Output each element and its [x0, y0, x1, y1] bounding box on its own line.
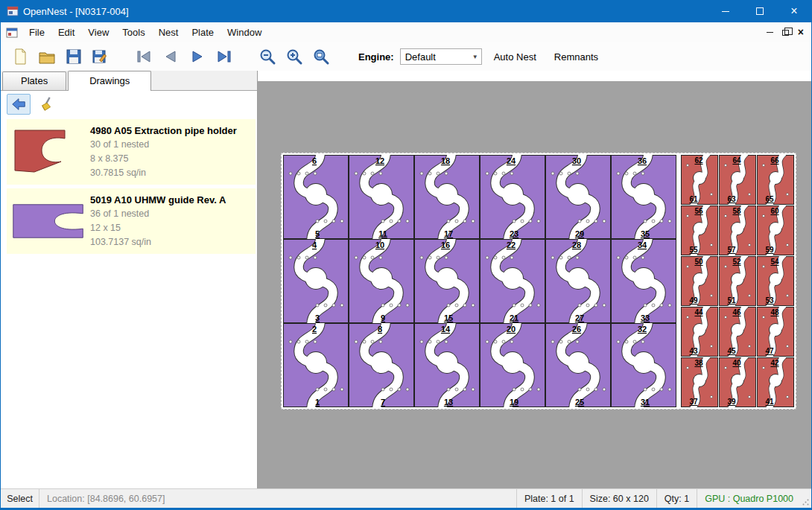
drawing-item-2[interactable]: 5019 A10 UHMW guide Rev. A 36 of 1 neste… — [7, 188, 256, 254]
part-shape — [13, 205, 83, 238]
nest-part-pair[interactable]: 20 19 — [480, 323, 545, 407]
left-panel: Plates Drawings — [1, 71, 258, 488]
go-next-icon — [188, 48, 206, 66]
nest-part-pair[interactable]: 48 47 — [757, 307, 794, 357]
resize-grip[interactable] — [801, 489, 811, 508]
svg-text:6: 6 — [312, 156, 317, 165]
nest-part-pair[interactable]: 32 31 — [611, 323, 676, 407]
canvas-top-strip — [258, 71, 811, 81]
nest-part-pair[interactable]: 54 53 — [757, 256, 794, 306]
nest-part-pair[interactable]: 44 43 — [681, 307, 718, 357]
purple-grid: 6 5 12 11 18 17 — [283, 155, 676, 407]
svg-text:11: 11 — [378, 229, 387, 238]
nest-part-pair[interactable]: 6 5 — [283, 155, 349, 239]
svg-text:14: 14 — [441, 325, 451, 334]
zoom-in-button[interactable] — [282, 45, 306, 68]
nest-part-pair[interactable]: 60 59 — [757, 205, 794, 255]
svg-text:35: 35 — [641, 229, 650, 238]
nest-part-pair[interactable]: 30 29 — [545, 155, 611, 239]
plate[interactable]: 6 5 12 11 18 17 — [281, 153, 796, 409]
svg-text:45: 45 — [727, 347, 736, 355]
drawing-size: 8 x 8.375 — [90, 152, 251, 166]
mdi-minimize-button[interactable] — [767, 32, 773, 33]
go-first-button[interactable] — [132, 45, 156, 68]
nest-part-pair[interactable]: 2 1 — [283, 323, 349, 407]
nest-part-pair[interactable]: 52 51 — [719, 256, 756, 306]
svg-text:56: 56 — [694, 207, 703, 215]
zoom-fit-button[interactable] — [309, 45, 333, 68]
nest-part-pair[interactable]: 14 13 — [414, 323, 480, 407]
drawing-title: 5019 A10 UHMW guide Rev. A — [90, 193, 251, 207]
go-next-button[interactable] — [185, 45, 209, 68]
save-icon — [65, 48, 83, 66]
nest-part-pair[interactable]: 22 21 — [480, 239, 545, 323]
nest-part-pair[interactable]: 56 55 — [681, 205, 718, 255]
minimize-icon — [722, 11, 729, 12]
nest-canvas[interactable]: 6 5 12 11 18 17 — [258, 81, 811, 488]
menu-file[interactable]: File — [22, 24, 51, 41]
nest-part-pair[interactable]: 12 11 — [349, 155, 414, 239]
document-icon[interactable] — [6, 27, 18, 39]
menu-view[interactable]: View — [81, 24, 115, 41]
menu-tools[interactable]: Tools — [115, 24, 151, 41]
nest-part-pair[interactable]: 8 7 — [349, 323, 414, 407]
menu-window[interactable]: Window — [221, 24, 268, 41]
tab-plates[interactable]: Plates — [2, 71, 66, 90]
nest-part-pair[interactable]: 64 63 — [719, 155, 756, 205]
new-button[interactable] — [8, 45, 32, 68]
go-last-button[interactable] — [212, 45, 236, 68]
nest-part-pair[interactable]: 42 41 — [757, 357, 794, 407]
clean-button[interactable] — [35, 94, 59, 115]
save-as-icon — [92, 48, 110, 66]
nest-part-pair[interactable]: 10 9 — [349, 239, 414, 323]
nest-part-pair[interactable]: 50 49 — [681, 256, 718, 306]
menu-nest[interactable]: Nest — [152, 24, 185, 41]
remnants-button[interactable]: Remnants — [548, 48, 604, 66]
save-as-button[interactable] — [89, 45, 112, 68]
maximize-icon — [756, 7, 764, 15]
nest-part-pair[interactable]: 18 17 — [414, 155, 480, 239]
nest-part-pair[interactable]: 46 45 — [719, 307, 756, 357]
new-file-icon — [11, 48, 29, 66]
nest-part-pair[interactable]: 34 33 — [611, 239, 676, 323]
svg-text:4: 4 — [312, 240, 317, 249]
save-button[interactable] — [62, 45, 86, 68]
svg-text:24: 24 — [507, 156, 516, 165]
nest-part-pair[interactable]: 58 57 — [719, 205, 756, 255]
nest-part-pair[interactable]: 40 39 — [719, 357, 756, 407]
menu-plate[interactable]: Plate — [185, 24, 221, 41]
svg-text:34: 34 — [638, 240, 647, 249]
engine-select[interactable]: Default ▼ — [400, 48, 482, 65]
menu-edit[interactable]: Edit — [51, 24, 81, 41]
status-mode: Select — [1, 489, 39, 508]
tab-drawings[interactable]: Drawings — [68, 71, 151, 91]
mdi-close-button[interactable]: × — [798, 27, 804, 38]
nest-part-pair[interactable]: 24 23 — [480, 155, 545, 239]
go-previous-button[interactable] — [159, 45, 183, 68]
nest-part-pair[interactable]: 66 65 — [757, 155, 794, 205]
nest-part-pair[interactable]: 62 61 — [681, 155, 718, 205]
svg-text:42: 42 — [770, 359, 779, 367]
svg-text:30: 30 — [572, 156, 581, 165]
svg-text:46: 46 — [732, 308, 741, 316]
nest-part-pair[interactable]: 28 27 — [545, 239, 611, 323]
close-button[interactable]: × — [777, 0, 811, 22]
svg-text:1: 1 — [315, 398, 320, 407]
drawing-item-1[interactable]: 4980 A05 Extraction pipe holder 30 of 1 … — [7, 119, 256, 185]
zoom-out-button[interactable] — [256, 45, 279, 68]
svg-text:18: 18 — [441, 156, 450, 165]
maximize-button[interactable] — [743, 0, 777, 22]
nest-part-pair[interactable]: 26 25 — [545, 323, 611, 407]
nest-part-pair[interactable]: 38 37 — [681, 357, 718, 407]
minimize-button[interactable] — [708, 0, 743, 22]
svg-text:61: 61 — [689, 195, 698, 203]
mdi-restore-button[interactable] — [782, 30, 789, 36]
nest-part-pair[interactable]: 36 35 — [611, 155, 676, 239]
nest-part-pair[interactable]: 16 15 — [414, 239, 480, 323]
go-previous-icon — [162, 48, 180, 66]
red-grid: 62 61 64 63 66 65 56 55 — [681, 155, 794, 407]
import-drawing-button[interactable] — [7, 94, 31, 115]
open-button[interactable] — [35, 45, 59, 68]
auto-nest-button[interactable]: Auto Nest — [488, 48, 542, 66]
nest-part-pair[interactable]: 4 3 — [283, 239, 349, 323]
